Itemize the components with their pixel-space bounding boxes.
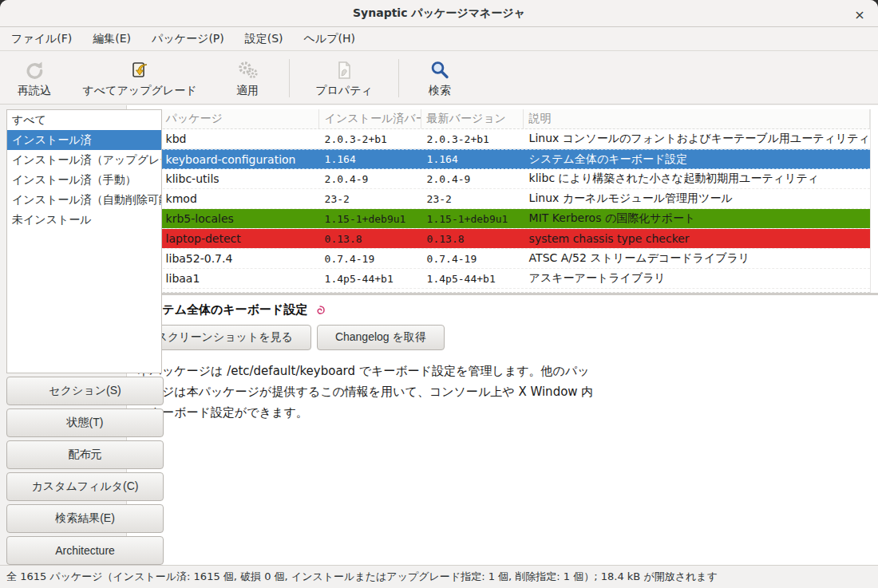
reload-icon <box>23 57 45 81</box>
filter-item[interactable]: インストール済（自動削除可能） <box>7 190 161 210</box>
main-area: すべてインストール済インストール済（アップグレード可）インストール済（手動）イン… <box>0 105 878 565</box>
upgrade-all-icon <box>129 57 151 81</box>
package-row[interactable]: liba52-0.7.40.7.4-190.7.4-19ATSC A/52 スト… <box>127 249 870 269</box>
installed-version-cell: 23-2 <box>319 189 421 208</box>
description-line: 本パッケージは /etc/default/keyboard でキーボード設定を管… <box>138 361 867 381</box>
description-cell: Linux コンソールのフォントおよびキーテーブル用ユーティリティ <box>524 129 870 148</box>
package-name-cell: kbd <box>160 129 319 148</box>
description-cell: システム全体のキーボード設定 <box>524 150 870 168</box>
filter-list[interactable]: すべてインストール済インストール済（アップグレード可）インストール済（手動）イン… <box>6 109 162 373</box>
latest-version-cell: 2.0.3-2+b1 <box>421 129 524 148</box>
apply-gears-icon <box>236 57 259 81</box>
description-cell: klibc により構築された小さな起動初期用ユーティリティ <box>524 169 870 188</box>
package-name-cell: libaa1 <box>160 269 319 288</box>
category-button[interactable]: 状態(T) <box>6 408 164 437</box>
menu-item-p[interactable]: パッケージ(P) <box>141 29 235 49</box>
toolbar-button-properties: プロパティ <box>295 54 394 102</box>
filter-item[interactable]: インストール済（アップグレード可） <box>7 150 161 170</box>
window-title: Synaptic パッケージマネージャ <box>353 6 525 21</box>
package-summary: システム全体のキーボード設定 <box>138 302 308 318</box>
description-line: のキーボード設定ができます。 <box>138 402 867 423</box>
vertical-scrollbar[interactable] <box>870 109 878 293</box>
description-cell: ATSC A/52 ストリームデコードライブラリ <box>524 249 870 268</box>
installed-version-cell: 0.13.8 <box>319 229 421 248</box>
get-changelog-button[interactable]: Changelog を取得 <box>317 325 445 350</box>
category-button[interactable]: カスタムフィルタ(C) <box>6 472 164 501</box>
toolbar-separator <box>289 59 290 97</box>
package-table: Sパッケージインストール済バージョン最新バージョン説明 kbd2.0.3-2+b… <box>127 109 870 293</box>
status-bar: 全 1615 パッケージ（インストール済: 1615 個, 破損 0 個, イン… <box>0 565 878 588</box>
package-row[interactable]: krb5-locales1.15-1+deb9u11.15-1+deb9u1MI… <box>127 209 870 229</box>
package-panel: Sパッケージインストール済バージョン最新バージョン説明 kbd2.0.3-2+b… <box>126 105 878 565</box>
toolbar-button-label: 検索 <box>429 84 451 98</box>
debian-swirl-icon <box>314 304 326 316</box>
status-text: 全 1615 パッケージ（インストール済: 1615 個, 破損 0 個, イン… <box>6 570 718 584</box>
category-button[interactable]: 検索結果(E) <box>6 504 164 533</box>
synaptic-window: Synaptic パッケージマネージャ × ファイル(F)編集(E)パッケージ(… <box>0 0 878 588</box>
package-row[interactable]: keyboard-configuration1.1641.164システム全体のキ… <box>127 149 870 169</box>
properties-icon <box>333 57 355 81</box>
toolbar-button-apply-gears: 適用 <box>211 54 284 102</box>
latest-version-cell: 1.15-1+deb9u1 <box>421 209 524 228</box>
details-pane: システム全体のキーボード設定 スクリーンショットを見るChangelog を取得… <box>127 295 878 565</box>
table-header[interactable]: Sパッケージインストール済バージョン最新バージョン説明 <box>127 109 870 129</box>
installed-version-cell: 0.7.4-19 <box>319 249 421 268</box>
package-name-cell: keyboard-configuration <box>160 150 319 168</box>
latest-version-cell: 0.7.4-19 <box>421 249 524 268</box>
column-header[interactable]: パッケージ <box>160 109 319 128</box>
menu-item-s[interactable]: 設定(S) <box>235 29 294 49</box>
installed-version-cell: 1.4p5-44+b1 <box>319 269 421 288</box>
search-icon <box>429 57 451 81</box>
package-row[interactable]: libaa11.4p5-44+b11.4p5-44+b1アスキーアートライブラリ <box>127 269 870 289</box>
menu-item-e[interactable]: 編集(E) <box>82 29 141 49</box>
installed-version-cell: 1.164 <box>319 150 421 168</box>
package-row[interactable]: laptop-detect0.13.80.13.8system chassis … <box>127 229 870 249</box>
category-button[interactable]: 配布元 <box>6 440 164 469</box>
toolbar-button-reload: 再読込 <box>0 54 69 102</box>
toolbar-separator <box>398 59 399 97</box>
description-cell: アスキーアートライブラリ <box>524 269 870 288</box>
filter-item[interactable]: インストール済（手動） <box>7 170 161 190</box>
toolbar-button-label: すべてアップグレード <box>83 84 197 98</box>
package-row[interactable]: klibc-utils2.0.4-92.0.4-9klibc により構築された小… <box>127 169 870 189</box>
latest-version-cell: 2.0.4-9 <box>421 169 524 188</box>
close-icon[interactable]: × <box>851 6 868 23</box>
package-row[interactable]: kmod23-223-2Linux カーネルモジュール管理用ツール <box>127 189 870 209</box>
menu-item-f[interactable]: ファイル(F) <box>1 29 82 49</box>
description-cell: system chassis type checker <box>524 229 870 248</box>
package-description: 本パッケージは /etc/default/keyboard でキーボード設定を管… <box>138 361 867 423</box>
package-name-cell: kmod <box>160 189 319 208</box>
toolbar: 再読込すべてアップグレード適用プロパティ検索 <box>0 52 878 105</box>
filter-item[interactable]: インストール済 <box>7 130 161 150</box>
category-button[interactable]: Architecture <box>6 536 164 565</box>
toolbar-button-upgrade-all[interactable]: すべてアップグレード <box>69 54 211 102</box>
package-name-cell: laptop-detect <box>160 229 319 248</box>
toolbar-button-label: 適用 <box>236 84 259 98</box>
toolbar-button-search[interactable]: 検索 <box>404 54 476 102</box>
latest-version-cell: 0.13.8 <box>421 229 524 248</box>
filter-item[interactable]: すべて <box>7 110 161 130</box>
titlebar[interactable]: Synaptic パッケージマネージャ × <box>0 0 878 27</box>
column-header[interactable]: 最新バージョン <box>421 109 524 128</box>
view-screenshot-button[interactable]: スクリーンショットを見る <box>138 325 311 350</box>
installed-version-cell: 1.15-1+deb9u1 <box>319 209 421 228</box>
menu-item-h[interactable]: ヘルプ(H) <box>294 29 366 49</box>
installed-version-cell: 2.0.4-9 <box>319 169 421 188</box>
description-cell: Linux カーネルモジュール管理用ツール <box>524 189 870 208</box>
toolbar-button-label: 再読込 <box>18 84 51 98</box>
column-header[interactable]: インストール済バージョン <box>319 109 421 128</box>
menu-bar: ファイル(F)編集(E)パッケージ(P)設定(S)ヘルプ(H) <box>0 28 878 51</box>
package-row[interactable]: kbd2.0.3-2+b12.0.3-2+b1Linux コンソールのフォントお… <box>127 129 870 149</box>
description-cell: MIT Kerberos の国際化サポート <box>524 209 870 228</box>
category-button[interactable]: セクション(S) <box>6 377 164 405</box>
description-line: ケージは本パッケージが提供するこの情報を用いて、コンソール上や X Window… <box>138 381 867 402</box>
package-name-cell: liba52-0.7.4 <box>160 249 319 268</box>
toolbar-button-label: プロパティ <box>315 84 373 98</box>
latest-version-cell: 1.164 <box>421 150 524 168</box>
filter-item[interactable]: 未インストール <box>7 210 161 230</box>
category-buttons: セクション(S)状態(T)配布元カスタムフィルタ(C)検索結果(E)Archit… <box>6 377 164 568</box>
latest-version-cell: 23-2 <box>421 189 524 208</box>
column-header[interactable]: 説明 <box>524 109 870 128</box>
filter-sidebar: すべてインストール済インストール済（アップグレード可）インストール済（手動）イン… <box>0 105 126 565</box>
package-table-zone: Sパッケージインストール済バージョン最新バージョン説明 kbd2.0.3-2+b… <box>127 109 878 293</box>
